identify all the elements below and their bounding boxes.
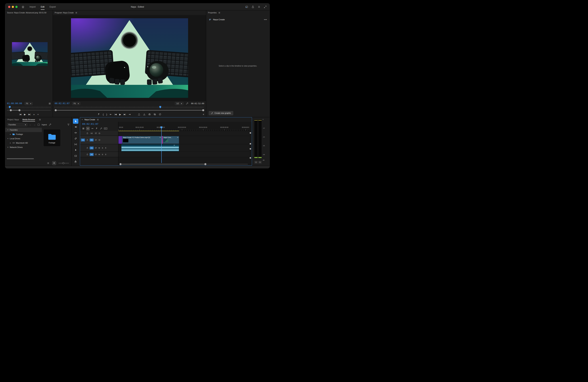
chevron-right-icon[interactable]: ▸ [10,142,11,144]
panel-menu-icon[interactable] [39,118,41,121]
voiceover-record-icon[interactable] [105,147,107,149]
track-visibility-icon[interactable] [98,139,101,141]
filter-icon[interactable] [67,123,70,126]
panel-menu-icon[interactable] [218,12,220,14]
source-playhead[interactable] [9,106,11,108]
minimize-window-button[interactable] [12,6,14,8]
timeline-display-settings-icon[interactable] [82,127,85,130]
solo-button-a1[interactable]: S [101,147,104,149]
fullscreen-icon[interactable] [264,5,267,8]
source-zoom-select[interactable]: Fit ▾ [25,102,33,105]
program-scrubber[interactable] [55,106,204,109]
program-scroll-knob-left[interactable] [55,109,57,111]
playhead-line[interactable] [161,128,162,163]
selection-tool[interactable] [73,119,78,124]
track-resize-knob[interactable] [250,157,251,159]
play-button[interactable]: ▶ [119,113,121,115]
close-icon[interactable]: × [82,118,83,121]
panel-menu-icon[interactable] [75,12,78,14]
tab-edit[interactable]: Edit [41,4,44,10]
program-settings-icon[interactable] [186,102,189,105]
track-lock-icon[interactable] [86,132,88,134]
sync-lock-icon[interactable] [95,147,97,149]
chevron-down-icon[interactable]: ▾ [7,138,9,139]
solo-left-button[interactable]: S [254,161,258,164]
track-name-v2[interactable]: V2 [90,132,94,134]
timeline-scroll-knob-left[interactable] [120,163,122,165]
step-back-button[interactable]: |◀ [115,114,117,115]
more-options-icon[interactable]: ••• [264,18,267,21]
pen-tool[interactable] [73,148,78,153]
workspaces-icon[interactable] [245,5,248,8]
button-editor-icon[interactable]: + [203,113,204,116]
panel-menu-icon[interactable] [97,118,99,121]
add-button[interactable]: + [37,113,39,115]
export-frame-icon[interactable] [148,113,151,115]
source-scroll-knob-right[interactable] [19,109,21,111]
tree-item-local-drives[interactable]: ▾ Local Drives [5,136,42,141]
tab-project[interactable]: Project: Naya [7,118,19,121]
source-settings-icon[interactable] [48,102,51,105]
list-view-icon[interactable] [46,162,50,165]
tree-item-network-drives[interactable]: ▾ Network Drives [5,145,42,149]
track-select-tool[interactable] [73,124,78,130]
track-target-v1[interactable]: V1 [90,138,94,141]
home-icon[interactable] [21,5,24,8]
clip-video-1[interactable]: Naya Create YC Product Demo.mp4 [V] fx [122,136,162,144]
lane-a2[interactable] [118,152,249,157]
slip-tool[interactable] [73,142,78,147]
thumbnail-zoom-slider[interactable] [59,162,69,164]
forward-button[interactable]: → [34,123,36,126]
mute-button-a2[interactable]: M [98,153,100,155]
ingest-checkbox[interactable] [38,124,40,126]
go-to-in-button[interactable]: ⇤ [110,113,112,115]
timeline-horizontal-scrollbar[interactable] [120,163,248,165]
zoom-slider-knob[interactable] [63,162,64,164]
snap-magnet-icon[interactable] [86,127,90,130]
create-new-graphic-button[interactable]: Create new graphic [209,111,233,115]
linked-selection-icon[interactable] [91,127,94,130]
track-lock-icon[interactable] [86,153,88,155]
program-zoom-select[interactable]: Fit ▾ [72,102,80,105]
add-marker-icon[interactable] [98,113,100,115]
timeline-tab-label[interactable]: Naya Create [84,118,95,121]
timeline-track-area[interactable]: :00:00 00:01:00:00 00:02:00:00 00:03:00:… [118,122,252,166]
tree-item-footage[interactable]: ▸ Footage [5,132,42,136]
lane-v1[interactable]: Naya Create YC Product Demo.mp4 [V] fx N… [118,136,249,144]
source-patch-v1[interactable]: V1 [81,138,85,141]
step-forward-button[interactable]: ▶| [124,114,126,115]
global-fx-mute-icon[interactable] [159,113,161,115]
track-target-a1[interactable]: A1 [90,147,94,149]
program-zoom-scrollbar[interactable] [55,109,204,112]
sync-lock-icon[interactable] [95,132,97,134]
tab-import[interactable]: Import [29,4,36,10]
share-icon[interactable] [252,5,254,8]
solo-button-a2[interactable]: S [101,153,104,155]
source-zoom-scrollbar[interactable] [7,109,51,112]
track-resize-knob[interactable] [250,143,251,145]
zoom-window-button[interactable] [15,6,18,8]
timeline-scroll-knob-right[interactable] [204,163,206,165]
track-resize-knob[interactable] [250,148,251,150]
mute-button-a1[interactable]: M [98,147,100,149]
play-button[interactable]: ▶ [24,113,26,115]
footage-folder-tile[interactable]: Footage [44,130,60,146]
go-to-out-button[interactable]: ⇥ [128,113,130,115]
rectangle-tool[interactable] [73,153,78,158]
timeline-settings-icon[interactable] [100,127,103,130]
clip-graphic[interactable] [118,136,122,144]
timeline-ruler[interactable]: :00:00 00:01:00:00 00:02:00:00 00:03:00:… [118,126,249,131]
mark-in-button[interactable]: { [103,113,104,115]
back-button[interactable]: ← [29,123,32,126]
favorites-select[interactable]: Favorites ▾ [7,123,27,126]
clip-video-2[interactable]: Naya Crea… fx [163,136,179,144]
ripple-edit-tool[interactable] [73,130,78,135]
track-lock-icon[interactable] [86,147,88,149]
step-back-button[interactable]: |◀ [19,114,21,115]
razor-tool[interactable] [73,136,78,141]
source-scroll-knob-left[interactable] [10,109,12,111]
tab-export[interactable]: Export [50,4,56,10]
program-scroll-knob-right[interactable] [202,109,204,111]
source-scrubber[interactable] [7,106,51,109]
track-target-a2[interactable]: A2 [90,153,94,156]
